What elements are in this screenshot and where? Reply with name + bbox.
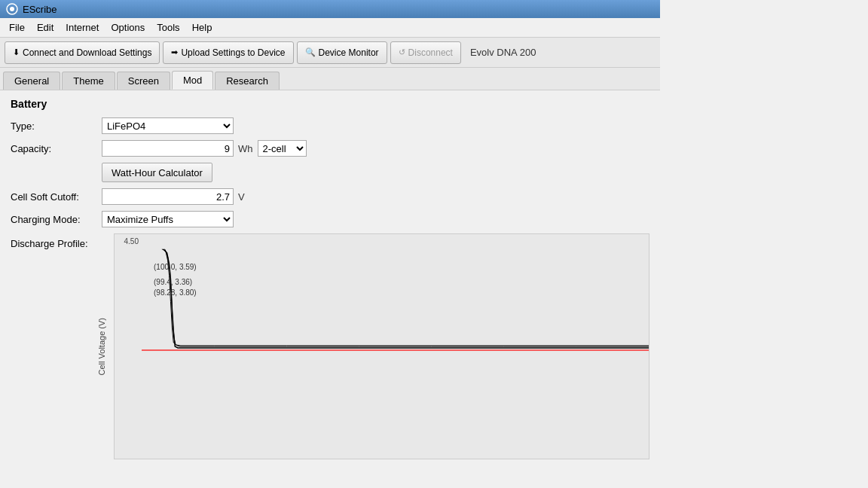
tabs: General Theme Screen Mod Research — [0, 68, 660, 90]
menu-help[interactable]: Help — [186, 20, 219, 35]
tab-theme[interactable]: Theme — [62, 72, 115, 90]
connect-download-button[interactable]: ⬇ Connect and Download Settings — [5, 41, 160, 64]
charging-label: Charging Mode: — [11, 214, 97, 225]
capacity-row: Capacity: Wh 2-cell 1-cell 3-cell — [11, 140, 649, 157]
device-name: Evolv DNA 200 — [470, 47, 536, 58]
capacity-input[interactable] — [102, 140, 234, 157]
cell-select[interactable]: 2-cell 1-cell 3-cell — [258, 140, 307, 157]
watt-hour-calc-button[interactable]: Watt-Hour Calculator — [102, 163, 212, 182]
tab-research[interactable]: Research — [215, 72, 280, 90]
capacity-unit: Wh — [238, 143, 253, 154]
upload-icon: ➡ — [171, 47, 178, 57]
charging-select[interactable]: Maximize Puffs Boost Balance — [102, 211, 234, 227]
menu-internet[interactable]: Internet — [60, 20, 105, 35]
discharge-svg — [142, 234, 649, 459]
menu-tools[interactable]: Tools — [151, 20, 185, 35]
cutoff-unit: V — [238, 191, 245, 203]
type-row: Type: LiFePO4 Li-Ion NiMH — [11, 117, 649, 134]
y-axis-container: Cell Voltage (V) — [97, 233, 112, 459]
device-monitor-button[interactable]: 🔍 Device Monitor — [297, 41, 387, 64]
menu-edit[interactable]: Edit — [31, 20, 60, 35]
calc-row: Watt-Hour Calculator — [11, 163, 649, 182]
chart-wrapper: Cell Voltage (V) 4.50 LiFePO4 — [97, 233, 649, 459]
tab-screen[interactable]: Screen — [117, 72, 170, 90]
connect-icon: ⬇ — [13, 47, 20, 57]
cutoff-label: Cell Soft Cutoff: — [11, 191, 97, 203]
y-label-top: 4.50 — [124, 237, 139, 246]
tab-general[interactable]: General — [3, 72, 60, 90]
chart-area: 4.50 LiFePO4 — [114, 233, 649, 459]
disconnect-button[interactable]: ↺ Disconnect — [390, 41, 461, 64]
tab-mod[interactable]: Mod — [172, 71, 213, 90]
annotation-3: (98.28, 3.80) — [154, 288, 197, 297]
toolbar: ⬇ Connect and Download Settings ➡ Upload… — [0, 38, 660, 68]
menu-options[interactable]: Options — [105, 20, 151, 35]
discharge-label: Discharge Profile: — [11, 233, 97, 249]
type-label: Type: — [11, 120, 97, 132]
main-content: Battery Type: LiFePO4 Li-Ion NiMH Capaci… — [0, 90, 660, 488]
menu-file[interactable]: File — [3, 20, 31, 35]
annotation-2: (99.4, 3.36) — [154, 278, 192, 286]
battery-section-title: Battery — [11, 98, 649, 110]
disconnect-icon: ↺ — [399, 47, 405, 57]
monitor-icon: 🔍 — [305, 47, 316, 57]
y-axis: 4.50 — [115, 234, 142, 459]
y-axis-label: Cell Voltage (V) — [97, 318, 106, 375]
title-bar-text: EScribe — [23, 4, 57, 15]
title-bar: EScribe — [0, 0, 660, 18]
charging-row: Charging Mode: Maximize Puffs Boost Bala… — [11, 211, 649, 227]
cutoff-input[interactable] — [102, 188, 234, 205]
annotation-1: (100.0, 3.59) — [154, 263, 197, 271]
chart-inner: LiFePO4 (100.0 — [142, 234, 649, 459]
menu-bar: File Edit Internet Options Tools Help — [0, 18, 660, 38]
svg-point-1 — [10, 7, 14, 11]
type-select[interactable]: LiFePO4 Li-Ion NiMH — [102, 117, 234, 134]
app-icon — [6, 3, 18, 15]
capacity-label: Capacity: — [11, 143, 97, 154]
cutoff-row: Cell Soft Cutoff: V — [11, 188, 649, 205]
discharge-row: Discharge Profile: Cell Voltage (V) 4.50… — [11, 233, 649, 459]
upload-settings-button[interactable]: ➡ Upload Settings to Device — [163, 41, 293, 64]
